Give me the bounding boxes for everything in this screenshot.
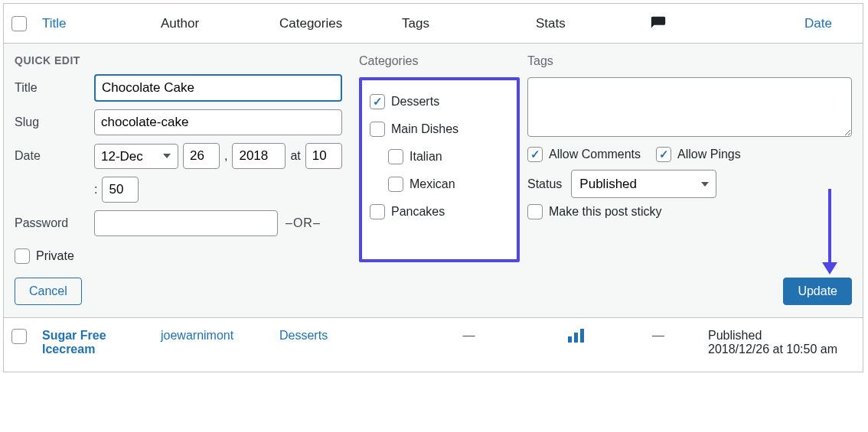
category-checkbox[interactable] bbox=[388, 177, 403, 192]
select-all-checkbox[interactable] bbox=[11, 16, 27, 31]
allow-pings-checkbox[interactable] bbox=[656, 147, 671, 162]
or-label: –OR– bbox=[286, 216, 321, 230]
quick-edit-heading: QUICK EDIT bbox=[15, 54, 351, 67]
row-checkbox[interactable] bbox=[11, 329, 27, 344]
tags-textarea[interactable] bbox=[527, 77, 852, 137]
update-button[interactable]: Update bbox=[783, 278, 852, 305]
allow-comments-checkbox[interactable] bbox=[527, 147, 543, 162]
tags-heading: Tags bbox=[527, 54, 852, 71]
password-input[interactable] bbox=[94, 210, 278, 236]
row-comments: — bbox=[616, 329, 700, 343]
allow-comments-label: Allow Comments bbox=[549, 148, 641, 161]
col-comments-icon[interactable] bbox=[616, 15, 700, 32]
category-item: Main Dishes bbox=[368, 115, 511, 143]
categories-highlight: Desserts Main Dishes Italian Mexica bbox=[359, 77, 520, 262]
row-date: Published 2018/12/26 at 10:50 am bbox=[700, 329, 855, 356]
category-checkbox[interactable] bbox=[388, 149, 403, 164]
year-input[interactable] bbox=[232, 143, 286, 169]
col-tags[interactable]: Tags bbox=[402, 16, 536, 31]
category-item: Mexican bbox=[368, 171, 511, 198]
private-label: Private bbox=[36, 249, 74, 263]
table-header: Title Author Categories Tags Stats Date bbox=[4, 4, 863, 44]
category-item: Desserts bbox=[368, 88, 511, 115]
row-category-link[interactable]: Desserts bbox=[279, 329, 402, 343]
password-label: Password bbox=[15, 216, 94, 230]
slug-label: Slug bbox=[15, 115, 94, 129]
slug-input[interactable] bbox=[94, 109, 342, 135]
sticky-label: Make this post sticky bbox=[549, 205, 662, 219]
at-label: at bbox=[290, 149, 300, 163]
row-author-link[interactable]: joewarnimont bbox=[161, 329, 279, 343]
col-title[interactable]: Title bbox=[42, 16, 161, 31]
private-checkbox[interactable] bbox=[15, 248, 30, 264]
title-label: Title bbox=[15, 81, 94, 95]
categories-heading: Categories bbox=[359, 54, 520, 71]
col-author[interactable]: Author bbox=[161, 16, 279, 31]
table-row: Sugar Free Icecream joewarnimont Dessert… bbox=[4, 318, 863, 372]
minute-input[interactable] bbox=[102, 177, 139, 203]
cancel-button[interactable]: Cancel bbox=[15, 278, 82, 305]
allow-pings-label: Allow Pings bbox=[677, 148, 741, 161]
day-input[interactable] bbox=[183, 143, 220, 169]
row-stats-icon[interactable] bbox=[536, 329, 616, 346]
row-title-link[interactable]: Sugar Free Icecream bbox=[42, 329, 161, 356]
category-checkbox[interactable] bbox=[370, 94, 385, 109]
month-select[interactable]: 12-Dec bbox=[94, 144, 178, 169]
category-item: Italian bbox=[368, 143, 511, 171]
col-categories[interactable]: Categories bbox=[279, 16, 402, 31]
category-item: Pancakes bbox=[368, 198, 511, 226]
hour-input[interactable] bbox=[305, 143, 342, 169]
col-stats[interactable]: Stats bbox=[536, 16, 616, 31]
status-label: Status bbox=[527, 177, 562, 191]
status-select[interactable]: Published bbox=[571, 170, 716, 198]
row-tags: — bbox=[402, 329, 536, 343]
col-date[interactable]: Date bbox=[700, 16, 855, 31]
title-input[interactable] bbox=[94, 74, 342, 102]
sticky-checkbox[interactable] bbox=[527, 204, 543, 219]
quick-edit-panel: QUICK EDIT Title Slug Date 12-Dec , bbox=[4, 44, 863, 318]
categories-listbox[interactable]: Desserts Main Dishes Italian Mexica bbox=[367, 85, 512, 255]
posts-table: Title Author Categories Tags Stats Date … bbox=[3, 3, 863, 372]
date-label: Date bbox=[15, 149, 94, 163]
category-checkbox[interactable] bbox=[370, 204, 385, 219]
category-checkbox[interactable] bbox=[370, 122, 385, 137]
